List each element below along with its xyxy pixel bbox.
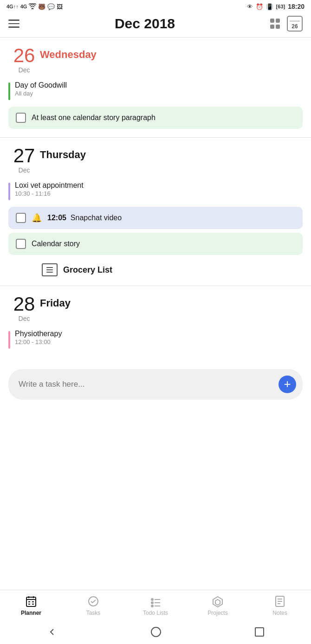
nav-item-projects[interactable]: Projects (187, 595, 249, 616)
nav-label-planner: Planner (21, 610, 41, 616)
event-item-loxi[interactable]: Loxi vet appointment 10:30 - 11:16 (0, 179, 311, 203)
grocery-list-item[interactable]: Grocery List (0, 259, 311, 281)
day-number-col-27: 27 Dec (8, 146, 40, 174)
clock: 18:20 (288, 3, 305, 10)
day-number-28: 28 (13, 294, 35, 314)
task-input-field[interactable] (19, 380, 279, 389)
back-button[interactable] (47, 627, 57, 637)
wifi-icon (29, 3, 36, 10)
task-time-snapchat: 12:05 (47, 214, 66, 222)
task-label-27-1: Calendar story (32, 240, 80, 248)
event-item-goodwill[interactable]: Day of Goodwill All day (0, 78, 311, 103)
day-number-col-26: 26 Dec (8, 46, 40, 74)
day-section-26: 26 Dec Wednesday Day of Goodwill All day… (0, 38, 311, 137)
task-calendar-story-26[interactable]: At least one calendar story paragraph (8, 107, 303, 129)
todo-icon (149, 595, 162, 608)
nav-item-planner[interactable]: Planner (0, 595, 62, 616)
svg-marker-16 (215, 599, 220, 605)
nav-label-tasks: Tasks (86, 610, 101, 616)
alarm-icon: ⏰ (256, 3, 263, 10)
grocery-label: Grocery List (63, 265, 112, 275)
task-input-row: + (8, 369, 303, 400)
plus-icon: + (284, 378, 291, 390)
bottom-nav: Planner Tasks Todo Lists (0, 590, 311, 620)
event-title-physio: Physiotherapy (15, 330, 303, 338)
day-month-28: Dec (19, 315, 30, 322)
add-task-button[interactable]: + (279, 376, 296, 393)
bell-icon: 🔔 (32, 213, 42, 223)
event-bar-pink (8, 331, 10, 349)
event-item-physio[interactable]: Physiotherapy 12:00 - 13:00 (0, 327, 311, 351)
task-input-container: + (8, 369, 303, 400)
event-time-physio: 12:00 - 13:00 (15, 338, 303, 345)
day-header-26: 26 Dec Wednesday (0, 46, 311, 78)
projects-icon (211, 595, 224, 608)
day-month-27: Dec (19, 166, 30, 174)
notes-icon (273, 595, 286, 608)
tasks-icon (87, 595, 100, 608)
vibrate-icon: 📳 (266, 3, 273, 10)
day-header-28: 28 Dec Friday (0, 294, 311, 327)
recents-button[interactable] (255, 627, 264, 637)
day-section-28: 28 Dec Friday Physiotherapy 12:00 - 13:0… (0, 286, 311, 356)
task-snapchat[interactable]: 🔔 12:05 Snapchat video (8, 207, 303, 229)
signal-icon-1: 4G↑↑ (6, 4, 19, 9)
toolbar: Dec 2018 26 (0, 12, 311, 37)
task-checkbox-27-1[interactable] (16, 239, 26, 249)
event-time-goodwill: All day (15, 90, 303, 97)
planner-icon (25, 595, 38, 608)
day-month-26: Dec (19, 66, 30, 74)
calendar-button[interactable]: 26 (287, 16, 303, 32)
page-title: Dec 2018 (115, 16, 175, 32)
grocery-list-icon (42, 263, 58, 276)
task-calendar-story-27[interactable]: Calendar story (8, 233, 303, 255)
day-name-27: Thursday (40, 146, 86, 161)
nav-label-projects: Projects (207, 610, 227, 616)
home-button[interactable] (151, 627, 161, 637)
nav-label-todo: Todo Lists (143, 610, 168, 616)
svg-point-11 (151, 605, 153, 607)
nav-item-todo[interactable]: Todo Lists (124, 595, 187, 616)
svg-point-10 (151, 602, 153, 604)
misc-icon-1: 🐻 (38, 3, 45, 10)
day-name-26: Wednesday (40, 46, 97, 61)
nav-item-tasks[interactable]: Tasks (62, 595, 124, 616)
grid-view-button[interactable] (270, 19, 280, 29)
task-checkbox-26-0[interactable] (16, 113, 26, 123)
task-label-27-0: 12:05 Snapchat video (47, 214, 122, 222)
eye-icon: 👁 (247, 3, 253, 10)
event-content-physio: Physiotherapy 12:00 - 13:00 (15, 330, 303, 345)
event-bar-green (8, 83, 10, 100)
svg-point-9 (151, 599, 153, 600)
day-number-26: 26 (13, 46, 35, 65)
day-name-28: Friday (40, 294, 71, 309)
toolbar-icons: 26 (270, 16, 303, 32)
day-section-27: 27 Dec Thursday Loxi vet appointment 10:… (0, 138, 311, 286)
grocery-lines (46, 267, 53, 273)
status-bar: 4G↑↑ 4G 🐻 💬 🖼 👁 ⏰ 📳 [63] 18:20 (0, 0, 311, 12)
menu-button[interactable] (8, 19, 19, 28)
event-content-goodwill: Day of Goodwill All day (15, 81, 303, 97)
day-header-27: 27 Dec Thursday (0, 146, 311, 179)
event-title-goodwill: Day of Goodwill (15, 81, 303, 89)
task-checkbox-27-0[interactable] (16, 213, 26, 223)
task-label-26-0: At least one calendar story paragraph (32, 114, 156, 122)
status-left: 4G↑↑ 4G 🐻 💬 🖼 (6, 3, 63, 10)
battery-indicator: [63] (276, 4, 285, 9)
status-right: 👁 ⏰ 📳 [63] 18:20 (247, 3, 305, 10)
event-title-loxi: Loxi vet appointment (15, 181, 303, 190)
svg-rect-0 (26, 597, 36, 606)
event-time-loxi: 10:30 - 11:16 (15, 190, 303, 197)
day-number-27: 27 (13, 146, 35, 166)
event-bar-purple (8, 183, 10, 200)
nav-item-notes[interactable]: Notes (249, 595, 311, 616)
misc-icon-3: 🖼 (57, 3, 63, 10)
signal-icon-2: 4G (20, 4, 27, 9)
nav-label-notes: Notes (272, 610, 287, 616)
misc-icon-2: 💬 (47, 3, 55, 10)
android-nav-bar (0, 620, 311, 644)
day-number-col-28: 28 Dec (8, 294, 40, 322)
event-content-loxi: Loxi vet appointment 10:30 - 11:16 (15, 181, 303, 197)
